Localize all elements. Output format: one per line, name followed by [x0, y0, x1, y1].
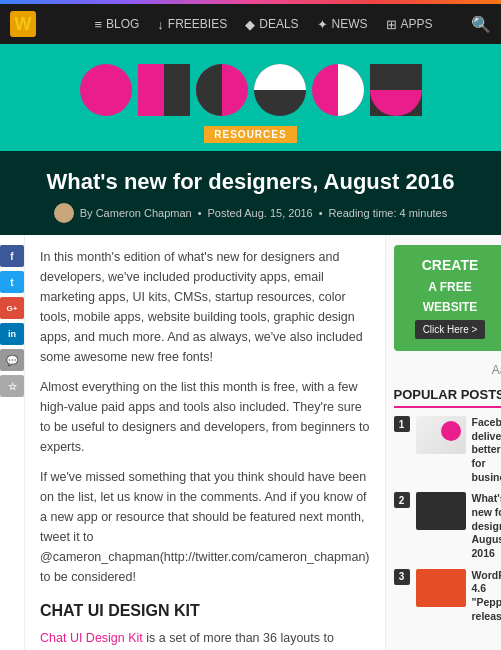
nav-blog[interactable]: ≡ BLOG — [94, 17, 139, 32]
social-sidebar: f t G+ in 💬 ☆ — [0, 235, 25, 650]
ad-line1: CREATE — [402, 257, 499, 274]
popular-item-1[interactable]: 1 Facebook delivers a better UX for busi… — [394, 416, 501, 484]
hero-author: By Cameron Chapman — [80, 207, 192, 219]
nav-freebies[interactable]: ↓ FREEBIES — [157, 17, 227, 32]
main-header: W ≡ BLOG ↓ FREEBIES ◆ DEALS ✦ NEWS ⊞ APP… — [0, 4, 501, 44]
popular-thumb-3 — [416, 569, 466, 607]
popular-thumb-2 — [416, 492, 466, 530]
shape-1 — [80, 64, 132, 116]
shape-6 — [370, 64, 422, 116]
popular-num-2: 2 — [394, 492, 410, 508]
popular-posts-section: POPULAR POSTS 1 Facebook delivers a bett… — [394, 387, 501, 623]
hero-title: What's new for designers, August 2016 — [20, 169, 481, 195]
popular-num-3: 3 — [394, 569, 410, 585]
shape-3 — [196, 64, 248, 116]
popular-thumb-1 — [416, 416, 466, 454]
intro-paragraph-3: If we've missed something that you think… — [40, 467, 370, 587]
linkedin-share[interactable]: in — [0, 323, 24, 345]
ad-cta-button[interactable]: Click Here > — [415, 320, 486, 339]
right-sidebar: CREATE A FREE WEBSITE Click Here > Aa PO… — [385, 235, 501, 650]
twitter-share[interactable]: t — [0, 271, 24, 293]
ad-line2: A FREE — [402, 280, 499, 294]
section-chat-ui-desc: Chat UI Design Kit is a set of more than… — [40, 628, 370, 650]
hero-separator1: • — [198, 207, 202, 219]
intro-paragraph-2: Almost everything on the list this month… — [40, 377, 370, 457]
popular-item-3[interactable]: 3 WordPress 4.6 "Pepper" released — [394, 569, 501, 624]
facebook-share[interactable]: f — [0, 245, 24, 267]
popular-text-2: What's new for designers, August 2016 — [472, 492, 501, 560]
hero-section: RESOURCES What's new for designers, Augu… — [0, 44, 501, 235]
author-avatar — [54, 203, 74, 223]
hero-separator2: • — [319, 207, 323, 219]
section-chat-ui-title: CHAT UI DESIGN KIT — [40, 602, 370, 620]
popular-item-2[interactable]: 2 What's new for designers, August 2016 — [394, 492, 501, 560]
nav-deals-label: DEALS — [259, 17, 298, 31]
article-content: In this month's edition of what's new fo… — [25, 235, 385, 650]
nav-deals[interactable]: ◆ DEALS — [245, 17, 298, 32]
advertisement-box[interactable]: CREATE A FREE WEBSITE Click Here > — [394, 245, 501, 351]
font-size-control[interactable]: Aa — [394, 363, 501, 377]
nav-news-label: NEWS — [332, 17, 368, 31]
nav-apps[interactable]: ⊞ APPS — [386, 17, 433, 32]
deals-icon: ◆ — [245, 17, 255, 32]
hero-title-bar: What's new for designers, August 2016 By… — [0, 151, 501, 235]
nav-news[interactable]: ✦ NEWS — [317, 17, 368, 32]
chat-ui-link[interactable]: Chat UI Design Kit — [40, 631, 143, 645]
site-logo[interactable]: W — [10, 11, 36, 37]
nav-blog-label: BLOG — [106, 17, 139, 31]
popular-posts-title: POPULAR POSTS — [394, 387, 501, 408]
news-icon: ✦ — [317, 17, 328, 32]
googleplus-share[interactable]: G+ — [0, 297, 24, 319]
intro-paragraph-1: In this month's edition of what's new fo… — [40, 247, 370, 367]
hero-date: Posted Aug. 15, 2016 — [208, 207, 313, 219]
popular-text-1: Facebook delivers a better UX for busine… — [472, 416, 501, 484]
popular-num-1: 1 — [394, 416, 410, 432]
apps-icon: ⊞ — [386, 17, 397, 32]
shape-2 — [138, 64, 190, 116]
nav-freebies-label: FREEBIES — [168, 17, 227, 31]
hero-meta: By Cameron Chapman • Posted Aug. 15, 201… — [20, 203, 481, 223]
bookmark-share[interactable]: ☆ — [0, 375, 24, 397]
shape-5 — [312, 64, 364, 116]
freebies-icon: ↓ — [157, 17, 164, 32]
content-wrapper: f t G+ in 💬 ☆ In this month's edition of… — [0, 235, 501, 650]
main-nav: ≡ BLOG ↓ FREEBIES ◆ DEALS ✦ NEWS ⊞ APPS — [56, 17, 471, 32]
hero-shapes — [80, 64, 422, 116]
resources-badge: RESOURCES — [204, 126, 296, 143]
shape-4 — [254, 64, 306, 116]
popular-text-3: WordPress 4.6 "Pepper" released — [472, 569, 501, 624]
blog-icon: ≡ — [94, 17, 102, 32]
hero-reading-time: Reading time: 4 minutes — [329, 207, 448, 219]
search-icon[interactable]: 🔍 — [471, 15, 491, 34]
ad-line3: WEBSITE — [402, 300, 499, 314]
nav-apps-label: APPS — [401, 17, 433, 31]
comment-share[interactable]: 💬 — [0, 349, 24, 371]
